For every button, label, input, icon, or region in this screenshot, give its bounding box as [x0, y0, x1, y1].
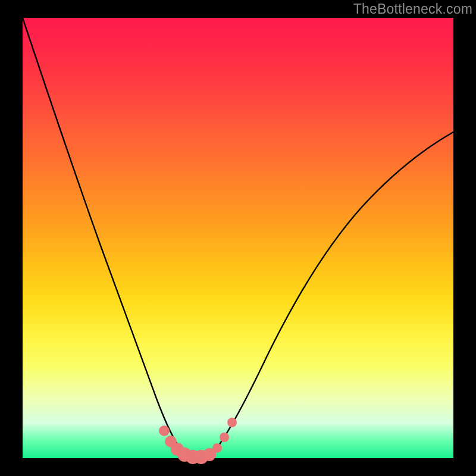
- marker-dot: [159, 425, 170, 436]
- bottleneck-curve: [23, 18, 453, 458]
- watermark-text: TheBottleneck.com: [353, 1, 472, 17]
- marker-group: [159, 418, 237, 464]
- marker-dot: [220, 433, 229, 442]
- marker-dot: [227, 418, 237, 427]
- chart-frame: TheBottleneck.com: [0, 0, 476, 476]
- marker-dot: [212, 443, 222, 453]
- chart-overlay: [23, 18, 453, 458]
